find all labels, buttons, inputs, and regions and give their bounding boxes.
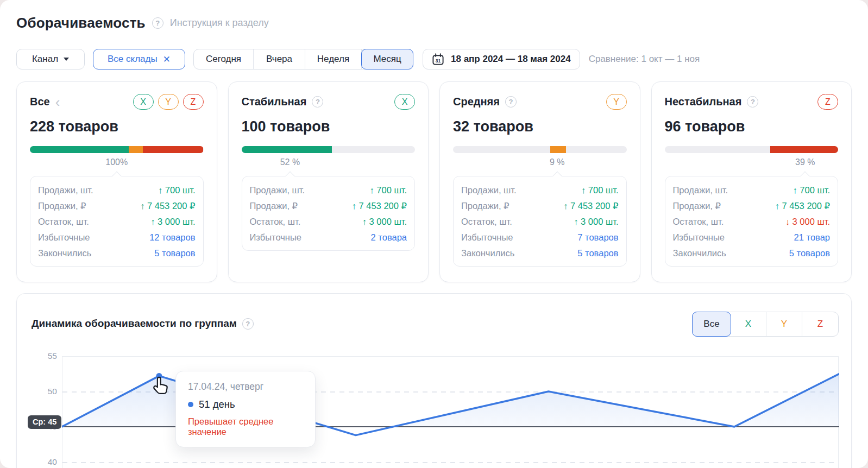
stat-row: Избыточные2 товара [250,229,407,245]
page-title: Оборачиваемость [16,15,146,31]
average-badge: Ср: 45 [28,415,61,429]
stat-row: Избыточные7 товаров [461,229,619,245]
card-count: 96 товаров [665,118,839,135]
card-title: Все [30,96,50,108]
stat-row: Продажи, шт.↑ 700 шт. [673,182,831,198]
percent-label: 39 % [795,157,815,167]
card-stats-panel: Продажи, шт.↑ 700 шт. Продажи, ₽↑ 7 453 … [30,176,204,267]
stat-row: Продажи, ₽↑ 7 453 200 ₽ [461,198,619,213]
stat-row: Продажи, ₽↑ 7 453 200 ₽ [250,198,407,213]
stat-row: Закончились5 товаров [38,245,196,261]
card-unstable: Нестабильная ? Z 96 товаров 39 % Продажи… [651,81,852,282]
app-canvas: Оборачиваемость ? Инструкция к разделу К… [0,0,868,468]
turnover-dynamics-card: Динамика оборачиваемости по группам ? Вс… [16,293,852,468]
section-instruction-link[interactable]: Инструкция к разделу [170,17,269,29]
warehouses-chip-label: Все склады [108,54,158,65]
chart-tooltip: 17.04.24, четверг 51 день Превышает сред… [175,371,316,447]
stat-row: Остаток, шт.↑ 3 000 шт. [38,213,196,229]
svg-text:31: 31 [436,58,441,64]
kpi-cards-row: Все ‹ X Y Z 228 товаров 100% Продажи, шт… [16,81,852,282]
card-stats-panel: Продажи, шт.↑ 700 шт. Продажи, ₽↑ 7 453 … [665,176,839,267]
chart-tab-y[interactable]: Y [766,312,802,336]
help-icon[interactable]: ? [152,17,163,29]
channel-dropdown-label: Канал [32,54,58,65]
series-dot-icon [188,402,193,407]
comparison-label: Сравнение: 1 окт — 1 ноя [589,54,700,65]
card-medium: Средняя ? Y 32 товаров 9 % Продажи, шт.↑… [439,81,640,282]
group-pill-y[interactable]: Y [158,94,179,110]
bar-segment-red [770,146,838,153]
close-icon[interactable]: ✕ [163,55,171,64]
help-icon[interactable]: ? [505,96,517,107]
stat-row: Избыточные12 товаров [38,229,196,245]
bar-segment-green [242,146,332,153]
group-pill-y[interactable]: Y [606,94,627,110]
stat-row: Продажи, ₽↑ 7 453 200 ₽ [38,198,196,213]
channel-dropdown[interactable]: Канал [16,49,85,69]
stat-row: Остаток, шт.↑ 3 000 шт. [461,213,619,229]
tooltip-warning: Превышает среднее значение [188,416,303,437]
stat-row: Продажи, ₽↑ 7 453 200 ₽ [673,198,831,213]
bar-segment-green [30,146,129,153]
card-count: 32 товаров [453,118,627,135]
panel-notch [552,172,562,181]
stat-row: Остаток, шт.↓ 3 000 шт. [673,213,831,229]
bar-segment-orange [129,146,143,153]
panel-notch [286,172,295,181]
group-pill-z[interactable]: Z [817,94,838,110]
date-range-picker[interactable]: 31 18 апр 2024 — 18 мая 2024 [423,49,580,69]
stat-row: Закончились5 товаров [673,245,831,261]
card-stable: Стабильная ? X 100 товаров 52 % Продажи,… [228,81,429,282]
card-stats-panel: Продажи, шт.↑ 700 шт. Продажи, ₽↑ 7 453 … [242,176,416,251]
y-tick-55: 55 [36,350,57,362]
chart-title: Динамика оборачиваемости по группам [32,318,237,330]
group-pill-x[interactable]: X [133,94,154,110]
card-count: 228 товаров [30,118,204,135]
filter-row: Канал Все склады ✕ Сегодня Вчера Неделя … [16,49,700,69]
chevron-down-icon [64,58,69,61]
calendar-icon: 31 [432,53,444,66]
distribution-bar [242,146,416,153]
card-title: Средняя [453,96,500,108]
percent-label: 9 % [550,157,565,167]
hand-pointer-cursor [152,375,173,397]
period-tab-month[interactable]: Месяц [361,49,413,69]
period-segmented-control: Сегодня Вчера Неделя Месяц [193,49,413,69]
help-icon[interactable]: ? [312,96,323,107]
stat-row: Остаток, шт.↑ 3 000 шт. [250,213,407,229]
chevron-left-icon[interactable]: ‹ [55,97,60,107]
page-header: Оборачиваемость ? Инструкция к разделу [16,15,269,31]
period-tab-week[interactable]: Неделя [305,49,362,69]
help-icon[interactable]: ? [747,96,758,107]
percent-label: 100% [105,157,128,167]
help-icon[interactable]: ? [242,318,254,330]
percent-label: 52 % [280,157,300,167]
card-stats-panel: Продажи, шт.↑ 700 шт. Продажи, ₽↑ 7 453 … [453,176,627,267]
period-tab-yesterday[interactable]: Вчера [254,49,305,69]
group-pill-z[interactable]: Z [183,94,204,110]
date-range-label: 18 апр 2024 — 18 мая 2024 [451,54,571,65]
distribution-bar [30,146,204,153]
group-pill-x[interactable]: X [394,94,415,110]
stat-row: Продажи, шт.↑ 700 шт. [250,182,407,198]
y-tick-40: 40 [36,456,57,468]
chart-tab-z[interactable]: Z [802,312,838,336]
panel-notch [112,172,121,181]
stat-row: Закончились5 товаров [461,245,619,261]
tooltip-date: 17.04.24, четверг [188,381,303,393]
chart-tab-all[interactable]: Все [692,312,731,337]
bar-segment-red [143,146,204,153]
panel-notch [800,172,809,181]
period-tab-today[interactable]: Сегодня [194,49,254,69]
distribution-bar [453,146,627,153]
chart-tab-x[interactable]: X [731,312,766,336]
card-title: Стабильная [242,96,307,108]
stat-row: Продажи, шт.↑ 700 шт. [461,182,619,198]
warehouses-filter-chip[interactable]: Все склады ✕ [93,49,185,69]
card-all: Все ‹ X Y Z 228 товаров 100% Продажи, шт… [16,81,217,282]
card-count: 100 товаров [242,118,416,135]
chart-group-tabs: Все X Y Z [692,312,839,337]
bar-segment-orange [550,146,566,153]
tooltip-value: 51 день [199,399,235,410]
stat-row: Избыточные21 товар [673,229,831,245]
